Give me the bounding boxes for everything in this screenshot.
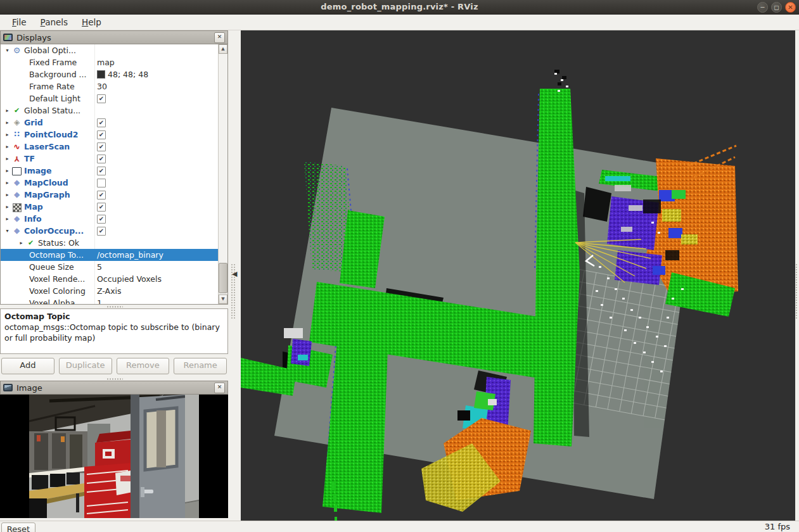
tree-row-tf[interactable]: ▸YTF✔ xyxy=(1,153,219,165)
row-checkbox[interactable]: ✔ xyxy=(97,155,106,163)
tree-row-label: Map xyxy=(22,202,43,212)
collapsed-arrow-icon[interactable]: ▸ xyxy=(3,168,11,174)
row-checkbox[interactable]: ✔ xyxy=(97,130,106,139)
laserscan-icon: ∿ xyxy=(11,141,22,152)
row-checkbox[interactable] xyxy=(97,179,106,187)
close-button[interactable]: ✕ xyxy=(785,2,796,13)
collapsed-arrow-icon[interactable]: ▸ xyxy=(3,108,11,113)
collapsed-arrow-icon[interactable]: ▸ xyxy=(3,132,11,137)
tree-row-label: MapGraph xyxy=(22,190,70,200)
tree-row-voxel-alpha[interactable]: Voxel Alpha1 xyxy=(1,297,219,305)
displays-close-icon[interactable]: ✕ xyxy=(214,32,225,43)
tree-row-value[interactable]: /octomap_binary xyxy=(97,250,163,260)
displays-tree-scrollbar[interactable]: ▲ ▼ xyxy=(218,44,227,304)
tree-row-queue-size[interactable]: Queue Size5 xyxy=(1,261,219,273)
pointcloud-icon: ∷ xyxy=(11,129,22,140)
row-checkbox[interactable]: ✔ xyxy=(97,167,106,175)
tree-description-splitter[interactable] xyxy=(0,305,228,308)
menu-panels[interactable]: Panels xyxy=(35,16,74,28)
left-viewport-splitter[interactable]: ◀ xyxy=(228,30,241,521)
octomap-scene xyxy=(241,30,795,521)
right-viewport-splitter[interactable] xyxy=(795,30,799,521)
left-panel-column: Displays ✕ ▾⚙Global Opti...Fixed Framema… xyxy=(0,30,228,521)
tree-row-voxel-rende-[interactable]: Voxel Rende...Occupied Voxels xyxy=(1,273,219,285)
displays-panel-icon xyxy=(3,34,13,41)
tree-row-mapcloud[interactable]: ▸◆MapCloud xyxy=(1,177,219,189)
image-close-icon[interactable]: ✕ xyxy=(214,383,225,393)
tree-row-image[interactable]: ▸Image✔ xyxy=(1,165,219,177)
tree-row-global-opti-[interactable]: ▾⚙Global Opti... xyxy=(1,44,219,56)
tree-row-info[interactable]: ▸◆Info✔ xyxy=(1,213,219,225)
row-checkbox[interactable]: ✔ xyxy=(97,227,106,236)
render-viewport-3d[interactable] xyxy=(241,30,795,521)
tree-row-value[interactable]: 48; 48; 48 xyxy=(108,70,148,79)
tree-row-background-[interactable]: Background ...48; 48; 48 xyxy=(1,68,219,80)
scroll-up-icon[interactable]: ▲ xyxy=(219,44,227,54)
reset-button[interactable]: Reset xyxy=(1,522,35,532)
tree-row-status-ok[interactable]: ▸✔Status: Ok xyxy=(1,237,219,249)
remove-button: Remove xyxy=(117,358,170,374)
tree-row-value[interactable]: 30 xyxy=(97,82,107,91)
collapse-left-panel-icon[interactable]: ◀ xyxy=(232,270,237,278)
check-icon: ✔ xyxy=(11,105,22,116)
maximize-button[interactable]: ◻ xyxy=(771,2,782,13)
tree-row-label: MapCloud xyxy=(22,178,68,187)
collapsed-arrow-icon[interactable]: ▸ xyxy=(3,156,11,162)
tree-row-pointcloud2[interactable]: ▸∷PointCloud2✔ xyxy=(1,129,219,141)
tree-row-value[interactable]: Occupied Voxels xyxy=(97,274,162,284)
tree-row-label: Global Statu... xyxy=(22,106,80,115)
tree-row-map[interactable]: ▸Map✔ xyxy=(1,201,219,213)
tree-row-laserscan[interactable]: ▸∿LaserScan✔ xyxy=(1,141,219,153)
add-button[interactable]: Add xyxy=(1,358,54,374)
image-panel-title: Image xyxy=(16,383,210,393)
tree-row-label: Grid xyxy=(22,118,43,127)
tree-row-label: Image xyxy=(22,166,52,175)
row-checkbox[interactable]: ✔ xyxy=(97,118,106,127)
tree-row-fixed-frame[interactable]: Fixed Framemap xyxy=(1,56,219,68)
collapsed-arrow-icon[interactable]: ▸ xyxy=(3,216,11,222)
map-icon xyxy=(11,201,22,212)
tree-row-default-light[interactable]: Default Light✔ xyxy=(1,92,219,104)
collapsed-arrow-icon[interactable]: ▸ xyxy=(17,240,25,246)
tree-row-label: Frame Rate xyxy=(27,82,75,91)
fps-counter: 31 fps xyxy=(765,522,790,531)
collapsed-arrow-icon[interactable]: ▸ xyxy=(3,204,11,210)
scrollbar-thumb[interactable] xyxy=(219,263,227,293)
scroll-down-icon[interactable]: ▼ xyxy=(219,294,227,304)
tree-row-label: Octomap To... xyxy=(27,250,84,260)
tree-row-value[interactable]: 1 xyxy=(97,298,102,305)
menu-help[interactable]: Help xyxy=(76,16,107,28)
menu-file[interactable]: File xyxy=(6,16,32,28)
row-checkbox[interactable]: ✔ xyxy=(97,215,106,224)
minimize-button[interactable]: − xyxy=(757,2,768,13)
tree-row-value[interactable]: map xyxy=(97,58,115,67)
displays-panel-header[interactable]: Displays ✕ xyxy=(0,30,228,44)
collapsed-arrow-icon[interactable]: ▸ xyxy=(3,180,11,186)
expanded-arrow-icon[interactable]: ▾ xyxy=(3,48,11,53)
image-panel-header[interactable]: Image ✕ xyxy=(0,381,228,395)
row-checkbox[interactable]: ✔ xyxy=(97,191,106,200)
tree-row-label: Voxel Alpha xyxy=(27,298,75,305)
expanded-arrow-icon[interactable]: ▾ xyxy=(3,228,11,234)
row-checkbox[interactable]: ✔ xyxy=(97,94,106,103)
tree-row-voxel-coloring[interactable]: Voxel ColoringZ-Axis xyxy=(1,285,219,297)
tree-row-global-statu-[interactable]: ▸✔Global Statu... xyxy=(1,104,219,117)
window-titlebar: demo_robot_mapping.rviz* - RViz − ◻ ✕ xyxy=(0,0,799,15)
tree-row-mapgraph[interactable]: ▸◆MapGraph✔ xyxy=(1,189,219,201)
tree-row-grid[interactable]: ▸◈Grid✔ xyxy=(1,117,219,129)
tf-icon: Y xyxy=(11,153,22,164)
tree-row-value[interactable]: 5 xyxy=(97,262,102,272)
diamond-icon: ◆ xyxy=(11,177,22,188)
collapsed-arrow-icon[interactable]: ▸ xyxy=(3,192,11,198)
gear-icon: ⚙ xyxy=(11,45,22,56)
collapsed-arrow-icon[interactable]: ▸ xyxy=(3,120,11,125)
tree-row-octomap-to-[interactable]: Octomap To.../octomap_binary xyxy=(1,249,219,261)
collapsed-arrow-icon[interactable]: ▸ xyxy=(3,144,11,149)
row-checkbox[interactable]: ✔ xyxy=(97,203,106,212)
tree-row-label: Background ... xyxy=(27,70,86,79)
tree-row-value[interactable]: Z-Axis xyxy=(97,286,122,296)
row-checkbox[interactable]: ✔ xyxy=(97,142,106,151)
tree-row-frame-rate[interactable]: Frame Rate30 xyxy=(1,80,219,92)
tree-row-coloroccup-[interactable]: ▾◆ColorOccup...✔ xyxy=(1,225,219,237)
property-description: Octomap Topic octomap_msgs::Octomap topi… xyxy=(0,308,228,354)
